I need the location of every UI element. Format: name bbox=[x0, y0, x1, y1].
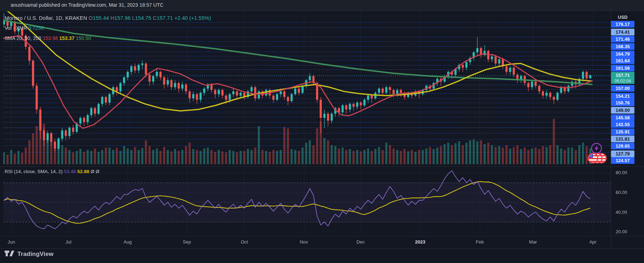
sma20-value: 153.98 bbox=[43, 35, 58, 41]
symbol-title: Monero / U.S. Dollar, 1D, KRAKEN bbox=[5, 15, 87, 21]
current-price-label[interactable]: 157.7105:02:04 bbox=[611, 72, 634, 84]
time-axis-label: Jun bbox=[8, 239, 15, 245]
time-axis-label: Aug bbox=[123, 239, 132, 245]
price-alert-label[interactable]: 150.76 bbox=[611, 99, 634, 106]
price-alert-label[interactable]: 174.41 bbox=[611, 29, 634, 35]
volume-label: Vol · XMR bbox=[5, 25, 27, 31]
sma-legend-row: SMA 20, 50, 200 153.98 153.37 150.50 bbox=[5, 33, 211, 44]
close-label: C bbox=[153, 15, 157, 21]
bar-countdown: 05:02:04 bbox=[611, 78, 634, 84]
open-label: O bbox=[89, 15, 93, 21]
rsi-axis-tick: 60.00 bbox=[616, 190, 627, 195]
tradingview-published-chart: anushsamal published on TradingView.com,… bbox=[0, 0, 644, 263]
price-alert-label[interactable]: 124.57 bbox=[611, 157, 634, 164]
price-alert-label[interactable]: 161.56 bbox=[611, 65, 634, 72]
price-alert-label[interactable]: 149.00 bbox=[611, 107, 634, 114]
rsi-sma-value: 52.88 bbox=[77, 169, 89, 174]
price-axis-currency: USD bbox=[611, 15, 634, 20]
time-axis-label: Mar bbox=[529, 239, 537, 245]
price-alert-label[interactable]: 164.79 bbox=[611, 51, 634, 57]
rsi-axis-tick: 80.00 bbox=[616, 170, 627, 175]
time-axis-label: Nov bbox=[300, 239, 308, 245]
price-axis[interactable]: USD 176.17174.41171.46168.35164.79161.64… bbox=[611, 11, 644, 248]
price-alert-label[interactable]: 135.91 bbox=[611, 128, 634, 135]
low-value: 154.75 bbox=[135, 15, 151, 21]
rsi-axis-tick: 40.00 bbox=[616, 210, 627, 215]
price-alert-label[interactable]: 176.17 bbox=[611, 21, 634, 28]
time-axis-label: Apr bbox=[589, 239, 596, 245]
us-economic-event-flag-icons[interactable] bbox=[586, 152, 609, 165]
time-axis-label: Feb bbox=[476, 239, 484, 245]
volume-value: 3.725K bbox=[28, 25, 44, 31]
tradingview-logo-text: TradingView bbox=[17, 251, 54, 258]
close-value: 157.71 bbox=[157, 15, 173, 21]
rsi-legend-row[interactable]: RSI (14, close, SMA, 14, 2) 53.48 52.88 … bbox=[5, 169, 99, 174]
sma-label: SMA 20, 50, 200 bbox=[5, 35, 41, 41]
rsi-band-empty-values: Ø Ø bbox=[90, 169, 99, 174]
price-alert-label[interactable]: 154.21 bbox=[611, 93, 634, 99]
volume-legend-row: Vol · XMR 3.725K bbox=[5, 23, 211, 33]
attribution-text: anushsamal published on TradingView.com,… bbox=[11, 2, 163, 8]
tradingview-logo[interactable]: TradingView bbox=[5, 250, 54, 258]
time-axis-label: Oct bbox=[241, 239, 248, 245]
low-label: L bbox=[132, 15, 135, 21]
price-alert-label[interactable]: 131.81 bbox=[611, 136, 634, 142]
open-value: 155.44 bbox=[93, 15, 109, 21]
time-axis-label: Dec bbox=[356, 239, 365, 245]
flag-icon bbox=[588, 154, 598, 163]
attribution-bar: anushsamal published on TradingView.com,… bbox=[0, 0, 644, 11]
time-axis[interactable]: JunJulAugSepOctNovDec2023FebMarApr bbox=[0, 236, 611, 248]
rsi-value: 53.48 bbox=[64, 169, 76, 174]
price-alert-label[interactable]: 145.58 bbox=[611, 114, 634, 121]
price-alert-label[interactable]: 161.64 bbox=[611, 57, 634, 64]
price-alert-label[interactable]: 142.55 bbox=[611, 121, 634, 128]
high-value: 157.96 bbox=[114, 15, 131, 21]
change-value: +2.40 (+1.55%) bbox=[174, 15, 211, 21]
time-axis-label: Jul bbox=[66, 239, 72, 245]
chart-legend[interactable]: Monero / U.S. Dollar, 1D, KRAKEN O155.44… bbox=[5, 13, 211, 44]
time-axis-label: 2023 bbox=[415, 239, 426, 245]
price-alert-label[interactable]: 129.65 bbox=[611, 143, 634, 149]
rsi-axis-tick: 20.00 bbox=[616, 229, 627, 234]
rsi-title: RSI (14, close, SMA, 14, 2) bbox=[5, 169, 63, 174]
high-label: H bbox=[111, 15, 115, 21]
price-alert-label[interactable]: 127.79 bbox=[611, 150, 634, 157]
sma50-value: 153.37 bbox=[59, 35, 74, 41]
ohlc-values: O155.44 H157.96 L154.75 C157.71 +2.40 (+… bbox=[89, 15, 211, 21]
symbol-legend-row: Monero / U.S. Dollar, 1D, KRAKEN O155.44… bbox=[5, 13, 211, 23]
time-axis-label: Sep bbox=[183, 239, 191, 245]
sma200-value: 150.50 bbox=[76, 35, 91, 41]
price-alert-label[interactable]: 171.46 bbox=[611, 36, 634, 42]
price-alert-label[interactable]: 157.00 bbox=[611, 85, 634, 92]
price-alert-label[interactable]: 168.35 bbox=[611, 43, 634, 50]
tradingview-logo-icon bbox=[5, 250, 15, 258]
